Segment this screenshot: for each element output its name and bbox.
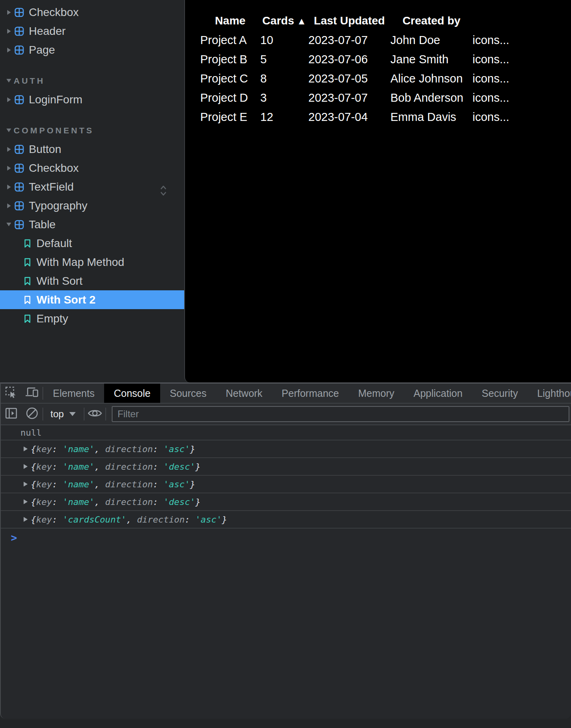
expand-triangle-icon[interactable] xyxy=(24,499,28,504)
tab-network[interactable]: Network xyxy=(216,384,272,403)
toggle-device-toolbar-button[interactable] xyxy=(22,384,42,403)
sidebar-item-checkbox[interactable]: Checkbox xyxy=(0,3,184,22)
console-messages-area: null {key: 'name', direction: 'asc'} {ke… xyxy=(1,425,571,719)
javascript-context-dropdown[interactable]: top xyxy=(50,408,76,420)
tab-security[interactable]: Security xyxy=(472,384,527,403)
sidebar-item-label: Checkbox xyxy=(29,6,79,19)
sidebar-item-empty[interactable]: Empty xyxy=(0,309,184,328)
device-toolbar-icon xyxy=(25,386,39,400)
sidebar-item-label: Header xyxy=(29,25,66,38)
clear-console-icon xyxy=(25,406,39,422)
console-message-object: {key: 'name', direction: 'desc'} xyxy=(1,493,571,511)
tab-console[interactable]: Console xyxy=(104,384,160,403)
section-caret-icon[interactable] xyxy=(6,129,11,132)
create-live-expression-button[interactable] xyxy=(84,407,105,421)
tree-caret-icon[interactable] xyxy=(7,203,11,208)
expand-triangle-icon[interactable] xyxy=(24,482,28,487)
table-cell: icons... xyxy=(472,107,545,127)
tree-caret-icon[interactable] xyxy=(7,29,11,34)
table-cell: 5 xyxy=(260,50,308,69)
sidebar-item-label: LoginForm xyxy=(29,93,82,106)
sidebar-item-table[interactable]: Table xyxy=(0,215,184,234)
tree-caret-icon[interactable] xyxy=(6,223,11,226)
table-cell: Project E xyxy=(200,107,260,127)
expand-triangle-icon[interactable] xyxy=(24,464,28,469)
table-cell: icons... xyxy=(472,30,545,50)
column-header-actions[interactable] xyxy=(472,11,545,30)
sidebar-item-label: With Map Method xyxy=(36,256,124,269)
sidebar-item-page[interactable]: Page xyxy=(0,40,184,59)
sidebar-item-button[interactable]: Button xyxy=(0,140,184,159)
toolbar-divider xyxy=(42,408,43,420)
prompt-chevron-icon: > xyxy=(11,532,17,544)
tab-performance[interactable]: Performance xyxy=(272,384,348,403)
sidebar-item-default[interactable]: Default xyxy=(0,234,184,253)
column-header-created-by[interactable]: Created by xyxy=(390,11,472,30)
tree-caret-icon[interactable] xyxy=(7,147,11,152)
story-bookmark-icon xyxy=(24,296,31,304)
table-cell: Jane Smith xyxy=(390,50,472,69)
sidebar-item-with-sort-2[interactable]: With Sort 2 xyxy=(0,290,184,309)
sidebar-item-typography[interactable]: Typography xyxy=(0,196,184,215)
table-cell: 2023-07-06 xyxy=(308,50,390,69)
toolbar-divider xyxy=(105,408,106,420)
tab-sources[interactable]: Sources xyxy=(160,384,216,403)
table-cell: Project C xyxy=(200,69,260,88)
chevron-down-icon xyxy=(69,412,76,416)
component-icon xyxy=(14,163,24,173)
tree-caret-icon[interactable] xyxy=(7,48,11,52)
table-cell: 2023-07-07 xyxy=(308,88,390,107)
inspect-cursor-icon xyxy=(5,386,18,400)
expand-triangle-icon[interactable] xyxy=(24,446,28,451)
story-bookmark-icon xyxy=(24,314,31,323)
sidebar-item-textfield[interactable]: TextField xyxy=(0,177,184,196)
sidebar-item-label: Typography xyxy=(29,199,87,212)
sidebar-item-checkbox[interactable]: Checkbox xyxy=(0,159,184,177)
tree-caret-icon[interactable] xyxy=(7,166,11,171)
sidebar-item-header[interactable]: Header xyxy=(0,22,184,40)
devtools-tabbar: ElementsConsoleSourcesNetworkPerformance… xyxy=(1,384,571,404)
table-cell: 3 xyxy=(260,88,308,107)
tree-caret-icon[interactable] xyxy=(7,10,11,15)
table-cell: 2023-07-07 xyxy=(308,30,390,50)
console-prompt[interactable]: > xyxy=(1,529,571,547)
sidebar-item-introduction[interactable]: Introduction xyxy=(0,0,184,3)
component-icon xyxy=(14,45,24,55)
tab-lighthouse[interactable]: Lighthouse xyxy=(527,384,571,403)
sidebar-item-label: Table xyxy=(29,218,56,231)
table-cell: Project A xyxy=(200,30,260,50)
table-header-row: NameCards ▲Last UpdatedCreated by xyxy=(200,11,545,30)
component-icon xyxy=(14,26,24,36)
show-console-sidebar-button[interactable] xyxy=(1,407,22,421)
tab-memory[interactable]: Memory xyxy=(348,384,404,403)
table-row: Project D32023-07-07Bob Andersonicons... xyxy=(200,88,545,107)
sidebar-item-with-sort[interactable]: With Sort xyxy=(0,271,184,290)
sidebar-section-components[interactable]: COMPONENTS xyxy=(0,121,184,140)
window-bottom-edge xyxy=(0,719,571,728)
sidebar-item-loginform[interactable]: LoginForm xyxy=(0,90,184,109)
component-icon xyxy=(14,220,24,229)
section-caret-icon[interactable] xyxy=(6,79,11,82)
tree-caret-icon[interactable] xyxy=(7,185,11,189)
inspect-element-button[interactable] xyxy=(1,384,22,403)
sidebar-item-label: TextField xyxy=(29,181,74,193)
expand-triangle-icon[interactable] xyxy=(24,517,28,522)
column-header-name[interactable]: Name xyxy=(200,11,260,30)
sidebar-section-auth[interactable]: AUTH xyxy=(0,71,184,90)
sidebar-item-label: Checkbox xyxy=(29,162,79,175)
column-header-cards[interactable]: Cards ▲ xyxy=(260,11,308,30)
sidebar-item-label: With Sort xyxy=(36,275,82,288)
table-cell: John Doe xyxy=(390,30,472,50)
tree-caret-icon[interactable] xyxy=(7,97,11,102)
table-cell: 2023-07-04 xyxy=(308,107,390,127)
console-filter-input[interactable] xyxy=(112,406,569,422)
console-message-result: null xyxy=(1,425,571,440)
sidebar-item-label: Page xyxy=(29,44,55,56)
tab-application[interactable]: Application xyxy=(404,384,472,403)
sidebar-item-with-map-method[interactable]: With Map Method xyxy=(0,253,184,271)
table-row: Project B52023-07-06Jane Smithicons... xyxy=(200,50,545,69)
table-cell: 8 xyxy=(260,69,308,88)
clear-console-button[interactable] xyxy=(22,406,42,422)
column-header-last-updated[interactable]: Last Updated xyxy=(308,11,390,30)
tab-elements[interactable]: Elements xyxy=(43,384,104,403)
